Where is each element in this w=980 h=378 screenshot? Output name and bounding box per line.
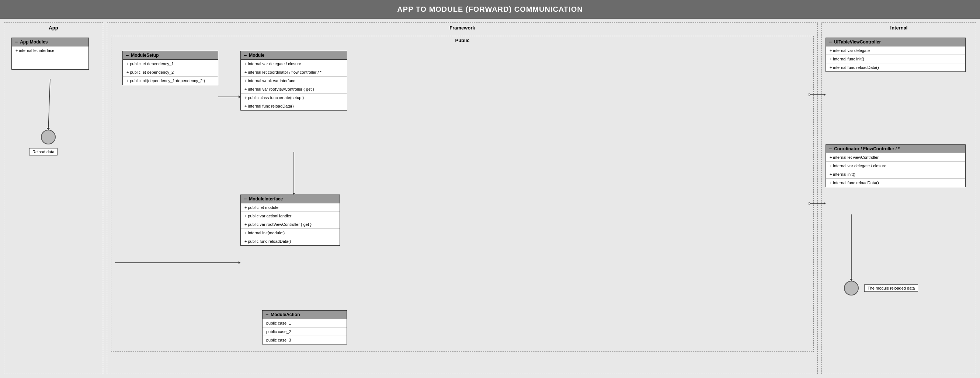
module-interface-class: − ModuleInterface + public let module + …: [240, 195, 340, 246]
module-row-4: + internal var rootViewController { get …: [241, 85, 347, 93]
minus-icon-2: −: [126, 53, 129, 58]
app-modules-spacer: [12, 54, 89, 69]
mi-row-5: + public func reloadData(): [241, 237, 340, 245]
coordinator-body: + internal let viewController + internal…: [826, 153, 965, 187]
module-row-3: + internal weak var interface: [241, 76, 347, 85]
module-interface-header: − ModuleInterface: [241, 195, 340, 203]
module-setup-class: − ModuleSetup + public let dependency_1 …: [123, 51, 218, 85]
app-modules-class: − App Modules + internal let interface: [11, 38, 89, 70]
ma-row-3: public case_3: [262, 336, 347, 344]
internal-svg: [822, 23, 976, 374]
coord-row-2: + internal var delegate / closure: [826, 161, 965, 170]
module-row-6: + internal func reloadData(): [241, 102, 347, 110]
module-setup-title: ModuleSetup: [131, 53, 159, 58]
internal-actor-label: The module reloaded data: [864, 284, 918, 292]
framework-section-label: Framework: [107, 23, 818, 32]
main-container: APP TO MODULE (FORWARD) COMMUNICATION Ap…: [0, 0, 980, 378]
module-setup-row-1: + public let dependency_1: [123, 59, 218, 68]
module-interface-title: ModuleInterface: [249, 196, 283, 202]
coordinator-title: Coordinator / FlowController / *: [834, 146, 900, 151]
app-svg-layer: [4, 23, 103, 374]
app-modules-body: + internal let interface: [12, 46, 89, 69]
minus-icon: −: [15, 40, 18, 44]
module-title: Module: [249, 53, 264, 58]
module-action-class: − ModuleAction public case_1 public case…: [262, 310, 347, 345]
module-body: + internal var delegate / closure + inte…: [241, 59, 347, 110]
coordinator-class: − Coordinator / FlowController / * + int…: [826, 145, 966, 187]
module-row-2: + internal let coordinator / flow contro…: [241, 68, 347, 76]
module-action-title: ModuleAction: [270, 312, 300, 317]
minus-icon-7: −: [829, 146, 832, 151]
minus-icon-3: −: [244, 53, 247, 58]
app-actor-circle: [41, 130, 56, 145]
uitvc-class: − UITableViewController + internal var d…: [826, 38, 966, 72]
sub-public: Public − ModuleSetup + public let depend…: [111, 36, 814, 352]
ma-row-2: public case_2: [262, 327, 347, 336]
app-section-label: App: [4, 23, 103, 32]
module-setup-row-2: + public let dependency_2: [123, 68, 218, 76]
module-setup-header: − ModuleSetup: [123, 51, 218, 59]
internal-actor-circle: [844, 281, 859, 295]
module-header: − Module: [241, 51, 347, 59]
mi-row-1: + public let module: [241, 203, 340, 211]
section-framework: Framework Public − ModuleSetup + public …: [107, 22, 818, 374]
module-action-body: public case_1 public case_2 public case_…: [262, 319, 347, 344]
module-row-5: + public class func create(setup:): [241, 93, 347, 102]
app-modules-header: − App Modules: [12, 38, 89, 46]
mi-row-2: + public var actionHandler: [241, 211, 340, 220]
uitvc-row-3: + internal func reloadData(): [826, 63, 965, 71]
svg-marker-9: [824, 93, 826, 96]
uitvc-row-2: + internal func init(): [826, 54, 965, 63]
coord-row-1: + internal let viewController: [826, 153, 965, 161]
content-area: App − App Modules + internal let interfa…: [0, 19, 980, 378]
internal-section-label: Internal: [822, 23, 976, 32]
module-class: − Module + internal var delegate / closu…: [240, 51, 347, 111]
minus-icon-4: −: [244, 196, 247, 202]
svg-marker-7: [239, 261, 240, 264]
svg-marker-12: [824, 202, 826, 205]
coord-row-4: + internal func reloadData(): [826, 178, 965, 187]
uitvc-title: UITableViewController: [834, 40, 881, 44]
section-internal: Internal − UITableViewController + inter…: [821, 22, 976, 374]
module-row-1: + internal var delegate / closure: [241, 59, 347, 68]
app-modules-row-1: + internal let interface: [12, 46, 89, 54]
minus-icon-5: −: [266, 312, 269, 317]
ma-row-1: public case_1: [262, 319, 347, 327]
module-interface-body: + public let module + public var actionH…: [241, 203, 340, 245]
page-title: APP TO MODULE (FORWARD) COMMUNICATION: [0, 0, 980, 19]
coordinator-header: − Coordinator / FlowController / *: [826, 145, 965, 153]
app-actor-label: Reload data: [29, 148, 57, 156]
mi-row-4: + internal init(module:): [241, 229, 340, 237]
public-label: Public: [111, 36, 813, 44]
uitvc-body: + internal var delegate + internal func …: [826, 46, 965, 71]
uitvc-row-1: + internal var delegate: [826, 46, 965, 54]
module-action-header: − ModuleAction: [262, 311, 347, 319]
module-setup-body: + public let dependency_1 + public let d…: [123, 59, 218, 85]
coord-row-3: + internal init(): [826, 170, 965, 178]
section-app: App − App Modules + internal let interfa…: [4, 22, 103, 374]
uitvc-header: − UITableViewController: [826, 38, 965, 46]
svg-line-0: [48, 79, 50, 130]
app-modules-title: App Modules: [20, 40, 48, 44]
module-setup-row-3: + public init(dependency_1:dependency_2:…: [123, 76, 218, 85]
mi-row-3: + public var rootViewController { get }: [241, 220, 340, 229]
minus-icon-6: −: [829, 40, 832, 44]
